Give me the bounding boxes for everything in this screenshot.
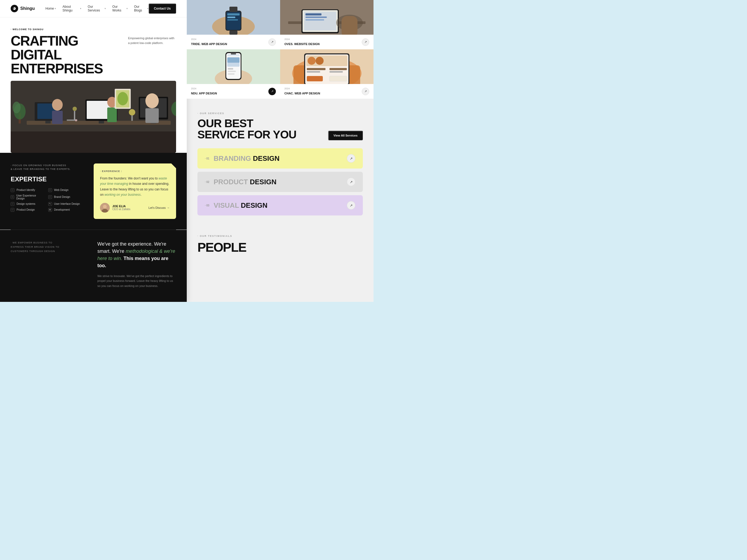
chevron-icon: ▾ — [55, 7, 56, 10]
services-title: OUR BEST SERVICE FOR YOU — [198, 118, 297, 140]
portfolio-year: 2024 — [284, 38, 319, 41]
nav-works[interactable]: Our Works ▾ — [112, 5, 128, 12]
portfolio-grid: 2024 TRIDE. WEB APP DESIGN ↗ — [187, 0, 374, 99]
service-number: · 01 — [205, 157, 209, 160]
chevron-icon: ▾ — [105, 7, 106, 10]
svg-rect-54 — [306, 19, 324, 21]
svg-rect-8 — [45, 121, 51, 124]
svg-point-26 — [129, 109, 135, 115]
chevron-icon: ▾ — [80, 7, 81, 10]
exp-tag: · EXPERIENCE : — [100, 170, 170, 172]
svg-rect-25 — [146, 108, 159, 123]
svg-rect-21 — [52, 111, 63, 124]
svg-rect-45 — [227, 17, 235, 18]
portfolio-info-3: 2024 NDU. APP DESIGN ↗ — [187, 84, 280, 99]
logo-text: Shingu — [20, 6, 35, 11]
testimonials-title: PEOPLE — [187, 240, 374, 260]
service-card-product[interactable]: · 02 PRODUCT DESIGN ↗ — [198, 172, 363, 192]
pitch-block: We've got the experience. We're smart. W… — [97, 241, 176, 289]
grid-icon: ⊞ — [48, 208, 52, 212]
nav-links: Home ▾ About Shingu ▾ Our Services ▾ Our… — [45, 5, 148, 12]
svg-rect-67 — [231, 53, 236, 54]
about-row: · WE EMPOWER BUSINESS TO EXPRESS THEIR B… — [11, 241, 176, 289]
hero-subtitle: Empowering global enterprises with a pot… — [128, 36, 176, 45]
nav-services[interactable]: Our Services ▾ — [88, 5, 106, 12]
portfolio-name: NDU. APP DESIGN — [191, 92, 217, 95]
focus-block: · FOCUS ON GROWING YOUR BUSINESS & LEAVE… — [11, 163, 80, 212]
expertise-item: □ Web Design — [48, 188, 81, 192]
about-section: · WE EMPOWER BUSINESS TO EXPRESS THEIR B… — [0, 230, 187, 302]
portfolio-arrow-3[interactable]: ↗ — [268, 88, 276, 95]
svg-rect-79 — [330, 71, 343, 73]
svg-rect-63 — [227, 57, 239, 63]
service-arrow-icon[interactable]: ↗ — [347, 154, 355, 163]
portfolio-info-4: 2024 CHAC. WEB APP DESIGN ↗ — [280, 84, 374, 99]
svg-rect-78 — [330, 68, 347, 70]
portfolio-name: CHAC. WEB APP DESIGN — [284, 92, 320, 95]
contact-button[interactable]: Contact Us — [149, 3, 176, 14]
box-icon: □ — [48, 188, 52, 192]
logo[interactable]: Shingu — [11, 5, 35, 12]
body-text: We strive to Innovate. We've got the per… — [97, 274, 176, 289]
main-pitch: We've got the experience. We're smart. W… — [97, 241, 176, 269]
nav-blogs[interactable]: Our Blogs ▾ — [134, 5, 149, 12]
svg-rect-46 — [227, 19, 238, 21]
svg-rect-65 — [228, 71, 236, 72]
portfolio-info-1: 2024 TRIDE. WEB APP DESIGN ↗ — [187, 35, 280, 49]
expertise-item: ✎ User Interface Design — [48, 202, 81, 206]
portfolio-item-4: 2024 CHAC. WEB APP DESIGN ↗ — [280, 49, 374, 99]
expertise-title: EXPERTISE — [11, 176, 80, 183]
svg-rect-80 — [307, 76, 323, 81]
nav-home[interactable]: Home ▾ — [45, 7, 56, 10]
portfolio-image-1 — [187, 0, 280, 35]
service-arrow-icon[interactable]: ↗ — [347, 201, 355, 210]
hero-section: · WELCOME TO SHINGU CRAFTING DIGITAL ENT… — [0, 17, 187, 153]
portfolio-item-1: 2024 TRIDE. WEB APP DESIGN ↗ — [187, 0, 280, 49]
svg-point-74 — [308, 57, 316, 65]
portfolio-arrow-1[interactable]: ↗ — [268, 38, 276, 46]
svg-rect-77 — [307, 71, 320, 73]
service-name: PRODUCT DESIGN — [214, 178, 276, 186]
box-icon: □ — [11, 195, 14, 199]
svg-point-1 — [14, 8, 15, 9]
portfolio-arrow-4[interactable]: ↗ — [362, 88, 369, 95]
service-number: · 03 — [205, 204, 209, 207]
experience-card: · EXPERIENCE : From the founders: We don… — [94, 163, 176, 219]
svg-rect-34 — [74, 111, 75, 120]
svg-rect-61 — [227, 54, 239, 56]
services-header: OUR BEST SERVICE FOR YOU View All Servic… — [198, 118, 363, 140]
logo-icon — [11, 5, 18, 12]
portfolio-arrow-2[interactable]: ↗ — [362, 38, 369, 46]
services-tag: · OUR SERVICES — [198, 112, 363, 115]
chevron-icon: ▾ — [147, 7, 149, 10]
service-card-visual[interactable]: · 03 VISUAL DESIGN ↗ — [198, 195, 363, 215]
service-card-branding[interactable]: · 01 BRANDING DESIGN ↗ — [198, 148, 363, 168]
service-arrow-icon[interactable]: ↗ — [347, 178, 355, 186]
focus-text: · FOCUS ON GROWING YOUR BUSINESS & LEAVE… — [11, 163, 80, 171]
portfolio-year: 2024 — [284, 87, 320, 90]
left-panel: Shingu Home ▾ About Shingu ▾ Our Service… — [0, 0, 187, 302]
service-card-left: · 02 PRODUCT DESIGN — [205, 178, 276, 186]
portfolio-image-2 — [280, 0, 374, 35]
service-card-left: · 01 BRANDING DESIGN — [205, 154, 280, 163]
svg-point-33 — [73, 107, 77, 111]
nav-about[interactable]: About Shingu ▾ — [62, 5, 81, 12]
portfolio-name: OVES. WEBSITE DESIGN — [284, 43, 319, 46]
exp-text: From the founders: We don't want you to … — [100, 176, 170, 197]
portfolio-year: 2024 — [191, 38, 227, 41]
empower-text: · WE EMPOWER BUSINESS TO EXPRESS THEIR B… — [11, 241, 85, 254]
svg-rect-27 — [131, 115, 133, 121]
hero-title-block: CRAFTING DIGITAL ENTERPRISES — [11, 34, 120, 76]
author-name: JOE ELIA — [112, 205, 130, 208]
chevron-icon: ▾ — [126, 7, 128, 10]
view-all-services-button[interactable]: View All Services — [328, 131, 363, 140]
portfolio-year: 2024 — [191, 87, 217, 90]
portfolio-image-4 — [280, 49, 374, 84]
service-name: BRANDING DESIGN — [214, 154, 280, 163]
discuss-button[interactable]: Let's Discuss → — [149, 206, 170, 209]
portfolio-item-3: 2024 NDU. APP DESIGN ↗ — [187, 49, 280, 99]
svg-point-24 — [146, 93, 159, 108]
portfolio-item-2: 2024 OVES. WEBSITE DESIGN ↗ — [280, 0, 374, 49]
exp-author: JOE ELIA CEO at Zallabs Let's Discuss → — [100, 203, 170, 213]
box-icon: □ — [11, 188, 15, 192]
